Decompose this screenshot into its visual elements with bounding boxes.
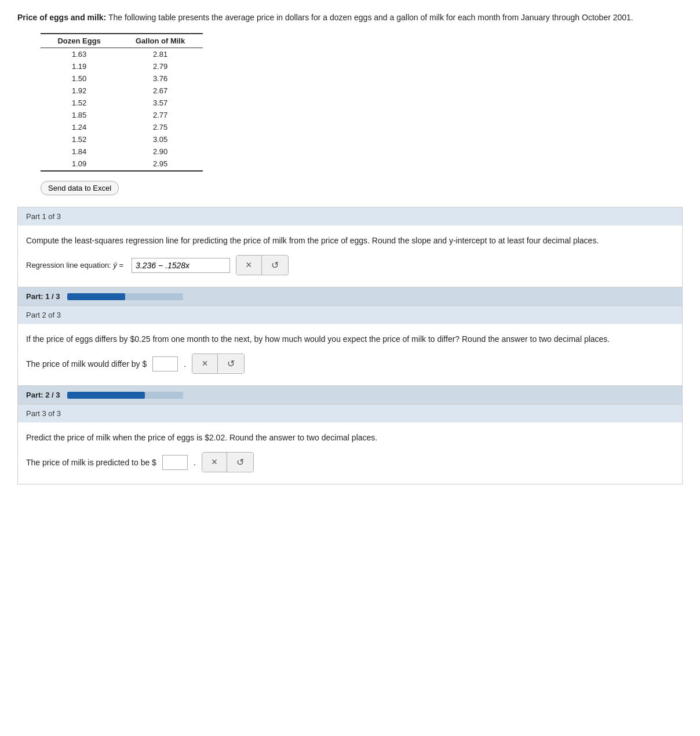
milk-cell: 2.81	[118, 48, 203, 61]
table-row: 1.503.76	[41, 72, 203, 85]
table-row: 1.523.57	[41, 97, 203, 109]
part-1-section: Part 1 of 3 Compute the least-squares re…	[17, 207, 683, 287]
eggs-cell: 1.19	[41, 60, 118, 72]
col-milk-header: Gallon of Milk	[118, 34, 203, 48]
eggs-cell: 1.09	[41, 158, 118, 170]
table-row: 1.632.81	[41, 48, 203, 61]
regression-equation-input[interactable]	[132, 258, 230, 273]
milk-cell: 2.67	[118, 85, 203, 97]
clear-button-3[interactable]: ×	[202, 453, 228, 472]
col-eggs-header: Dozen Eggs	[41, 34, 118, 48]
part-1-input-row: Regression line equation: ŷ = × ↺	[26, 255, 674, 275]
milk-cell: 3.57	[118, 97, 203, 109]
eggs-cell: 1.50	[41, 72, 118, 85]
part-2-input-row: The price of milk would differ by $ . × …	[26, 354, 674, 374]
part-2-question: If the price of eggs differs by $0.25 fr…	[26, 333, 674, 345]
part-2-action-group: × ↺	[192, 354, 245, 374]
part-2-header: Part 2 of 3	[18, 306, 682, 324]
part-2-progress-bar-container	[67, 392, 183, 399]
undo-button-2[interactable]: ↺	[218, 355, 244, 373]
part-1-action-group: × ↺	[236, 255, 289, 275]
part-2-wrapper: Part 2 of 3 If the price of eggs differs…	[17, 306, 683, 405]
part-1-label: Regression line equation: ŷ =	[26, 261, 123, 269]
part-3-header: Part 3 of 3	[18, 405, 682, 422]
part-2-content: If the price of eggs differs by $0.25 fr…	[18, 324, 682, 385]
part-1-header: Part 1 of 3	[18, 207, 682, 225]
milk-cell: 2.90	[118, 145, 203, 158]
part-2-period: .	[184, 359, 186, 369]
eggs-cell: 1.85	[41, 109, 118, 121]
milk-cell: 2.77	[118, 109, 203, 121]
milk-cell: 3.76	[118, 72, 203, 85]
eggs-cell: 1.63	[41, 48, 118, 61]
part-2-progress-bar-fill	[67, 392, 145, 399]
eggs-cell: 1.52	[41, 133, 118, 145]
part-3-action-group: × ↺	[202, 452, 254, 472]
undo-button-3[interactable]: ↺	[227, 453, 253, 471]
table-row: 1.242.75	[41, 121, 203, 133]
table-row: 1.922.67	[41, 85, 203, 97]
part-1-question: Compute the least-squares regression lin…	[26, 235, 674, 247]
part-1-progress-label: Part: 1 / 3	[26, 292, 60, 301]
part-1-wrapper: Part 1 of 3 Compute the least-squares re…	[17, 207, 683, 306]
part-3-input-row: The price of milk is predicted to be $ .…	[26, 452, 674, 472]
table-row: 1.842.90	[41, 145, 203, 158]
part-3-wrapper: Part 3 of 3 Predict the price of milk wh…	[17, 405, 683, 484]
part-3-question: Predict the price of milk when the price…	[26, 432, 674, 444]
part-2-section: Part 2 of 3 If the price of eggs differs…	[17, 306, 683, 386]
intro-bold: Price of eggs and milk:	[17, 13, 106, 22]
table-row: 1.192.79	[41, 60, 203, 72]
part-3-section: Part 3 of 3 Predict the price of milk wh…	[17, 405, 683, 484]
milk-cell: 2.75	[118, 121, 203, 133]
intro-desc: The following table presents the average…	[106, 13, 633, 22]
clear-button-2[interactable]: ×	[192, 354, 218, 373]
milk-cell: 2.79	[118, 60, 203, 72]
part-3-period: .	[194, 458, 196, 467]
milk-cell: 3.05	[118, 133, 203, 145]
table-row: 1.852.77	[41, 109, 203, 121]
milk-cell: 2.95	[118, 158, 203, 170]
part-3-content: Predict the price of milk when the price…	[18, 422, 682, 484]
eggs-cell: 1.24	[41, 121, 118, 133]
intro-paragraph: Price of eggs and milk: The following ta…	[17, 12, 683, 24]
clear-button-1[interactable]: ×	[236, 256, 262, 275]
table-row: 1.523.05	[41, 133, 203, 145]
part-2-progress: Part: 2 / 3	[17, 386, 683, 405]
part-1-progress-bar-fill	[67, 293, 125, 300]
part-1-progress: Part: 1 / 3	[17, 287, 683, 306]
eggs-cell: 1.84	[41, 145, 118, 158]
table-wrapper: Dozen Eggs Gallon of Milk 1.632.811.192.…	[41, 33, 683, 172]
send-data-button[interactable]: Send data to Excel	[41, 181, 119, 195]
data-table: Dozen Eggs Gallon of Milk 1.632.811.192.…	[41, 33, 203, 172]
part-1-content: Compute the least-squares regression lin…	[18, 225, 682, 287]
part-1-progress-bar-container	[67, 293, 183, 300]
milk-differ-input[interactable]	[152, 356, 178, 371]
eggs-cell: 1.52	[41, 97, 118, 109]
part-3-label: The price of milk is predicted to be $	[26, 458, 156, 467]
part-2-label: The price of milk would differ by $	[26, 359, 147, 369]
eggs-cell: 1.92	[41, 85, 118, 97]
milk-predicted-input[interactable]	[162, 455, 188, 470]
part-2-progress-label: Part: 2 / 3	[26, 391, 60, 399]
table-row: 1.092.95	[41, 158, 203, 170]
undo-button-1[interactable]: ↺	[262, 256, 288, 274]
